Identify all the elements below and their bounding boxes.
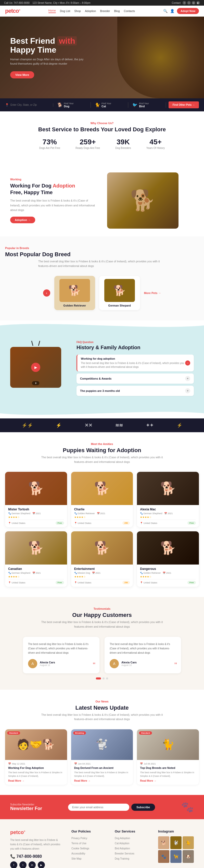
policy-5[interactable]: Site Map (71, 857, 107, 860)
twitter-icon[interactable]: t (187, 1, 191, 5)
read-more-3[interactable]: Read More → (140, 779, 196, 782)
top-bar-address: 123 Street Name, City • Mon–Fri: 8:00am … (32, 2, 91, 4)
read-more-2[interactable]: Read More → (74, 779, 130, 782)
nav-blog[interactable]: Blog (114, 9, 120, 12)
footer-logo[interactable]: petco® (10, 830, 64, 835)
golden-retriever-image: 🐕 (59, 279, 90, 302)
footer-description: The best overall dog litter box is Frisb… (10, 838, 64, 851)
footer-grid: petco® The best overall dog litter box i… (10, 830, 194, 868)
nav-adoption[interactable]: Adoption (85, 9, 96, 12)
find-bird-item[interactable]: 🐦 Find Your Bird (128, 102, 166, 108)
subscribe-button[interactable]: Subscribe (131, 804, 155, 811)
puppy-card-4[interactable]: 🐕 Canadian 🐾 German Shepherd 📅 2021 ★★★★… (5, 531, 67, 587)
view-more-button[interactable]: View More (10, 71, 34, 79)
nav-breeder[interactable]: Breeder (100, 9, 110, 12)
service-1[interactable]: Dog Adoption (115, 836, 150, 840)
dot-1[interactable] (96, 677, 101, 680)
insta-thumb-1[interactable]: 🐕 (158, 836, 169, 849)
nav-home[interactable]: Home (48, 9, 56, 13)
testimonial-author-2: A Alexia Cars August 12 (110, 659, 176, 668)
location-input[interactable] (10, 103, 49, 106)
brand-6: ⚡ (177, 423, 182, 428)
puppy-meta-2: 🐾 Golden Retriever 📅 2021 (74, 512, 130, 515)
puppy-breed-2: 🐾 Golden Retriever (74, 512, 95, 515)
puppy-image-5: 🐕 (71, 531, 133, 564)
other-pets-button[interactable]: Find Other Pets → (169, 101, 199, 108)
user-icon[interactable]: 👤 (170, 9, 174, 13)
news-card-2[interactable]: Breaking 🐩 📅 Jun 04 2021 Dog Derived Fro… (71, 729, 133, 785)
newsletter-email-input[interactable] (68, 804, 129, 811)
faq-toggle-2[interactable]: + (185, 376, 190, 381)
more-pets-link[interactable]: More Pets → (144, 291, 161, 294)
nav-shop[interactable]: Shop (74, 9, 81, 12)
insta-thumb-3[interactable]: 🐈 (182, 836, 194, 849)
faq-content: FAQ Question History & Family Adoption W… (76, 341, 194, 398)
adoption-button[interactable]: Adoption → (10, 217, 35, 223)
read-more-1[interactable]: Read More → (8, 779, 64, 782)
faq-toggle-3[interactable]: + (185, 388, 190, 393)
logo[interactable]: petco® (5, 8, 20, 14)
dot-2[interactable] (103, 677, 105, 680)
nav-dog-list[interactable]: Dog List (60, 9, 70, 12)
nav-contacts[interactable]: Contacts (124, 9, 135, 12)
testimonials-title: Our Happy Customers (5, 612, 199, 618)
location-icon: 📍 (5, 103, 9, 107)
dot-3[interactable] (106, 677, 108, 680)
insta-thumb-2[interactable]: 🐩 (170, 836, 181, 849)
breeds-prev-arrow[interactable]: ‹ (43, 289, 50, 297)
author-info-1: Alexia Cars August 12 (40, 661, 55, 666)
find-cat-item[interactable]: 🐈 Find Your Cat (91, 102, 128, 108)
policy-2[interactable]: Terms of Use (71, 841, 107, 845)
youtube-icon[interactable]: ▶ (196, 1, 200, 5)
puppy-card-2[interactable]: 🐕 Charlie 🐾 Golden Retriever 📅 2021 ★★★★… (71, 472, 133, 527)
breed-card-german[interactable]: 🐕 German Shepard (99, 276, 140, 310)
instagram-icon[interactable]: in (192, 1, 195, 5)
faq-item-2[interactable]: Competitions & Awards + (76, 373, 194, 384)
service-3[interactable]: Bird Adoption (115, 846, 150, 850)
search-icon[interactable]: 🔍 (163, 9, 168, 13)
adopt-now-button[interactable]: Adopt Now (177, 8, 199, 14)
puppy-card-5[interactable]: 🐕 Entertainment 🐾 Mission Dog 📅 2021 ★★★… (71, 531, 133, 587)
insta-thumb-5[interactable]: 🦮 (170, 850, 181, 863)
service-4[interactable]: Breeder Services (115, 851, 150, 855)
author-name-2: Alexia Cars (122, 661, 137, 664)
puppy-card-1[interactable]: 🐕 Mister Tortosh 🐾 German Shepherd 📅 202… (5, 472, 67, 527)
news-card-3[interactable]: Standard 🐈 📅 Jul 08 2021 Top Dog Breeds … (137, 729, 199, 785)
top-bar: Call Us: 747-800-9080 123 Street Name, C… (0, 0, 204, 6)
adoption-dog-image: 🐕 (107, 173, 178, 228)
faq-item-3[interactable]: The puppies are 3 months old + (76, 386, 194, 396)
footer-instagram-icon[interactable]: in (29, 861, 36, 868)
policy-3[interactable]: Cookie Settings (71, 846, 107, 850)
hero-dog-image (92, 17, 204, 98)
author-name-1: Alexia Cars (40, 661, 55, 664)
breed-card-golden[interactable]: 🐕 Golden Retriever (54, 276, 95, 310)
contact-link[interactable]: Contact (172, 2, 180, 4)
puppy-card-3[interactable]: 🐕 Alexia Mac 🐾 German Shepherd 📅 2021 ★★… (137, 472, 199, 527)
puppies-label: Meet the Amities (5, 442, 199, 445)
faq-toggle-1[interactable]: − (185, 361, 190, 366)
facebook-icon[interactable]: f (182, 1, 186, 5)
footer-facebook-icon[interactable]: f (10, 861, 18, 868)
find-dog-item[interactable]: 🐕 Find Your Dog (53, 102, 91, 108)
service-5[interactable]: Dog Training (115, 857, 150, 860)
footer-twitter-icon[interactable]: t (20, 861, 27, 868)
news-date-2: 📅 Jun 04 2021 (74, 763, 130, 765)
find-cat-labels: Find Your Cat (101, 102, 111, 108)
faq-label: FAQ Question (76, 341, 194, 344)
puppy-meta-5: 🐾 Mission Dog 📅 2021 (74, 572, 130, 574)
adoption-description: The best overall dog litter box is Frisb… (10, 198, 97, 213)
footer-youtube-icon[interactable]: ▶ (38, 861, 45, 868)
insta-thumb-6[interactable]: 🐶 (182, 850, 194, 863)
location-input-wrapper[interactable]: 📍 (5, 103, 53, 107)
footer-social-links: f t in ▶ (10, 861, 64, 868)
puppy-card-6[interactable]: 🐕 Dangerous 🐾 Golden Retriever 📅 2021 ★★… (137, 531, 199, 587)
news-card-1[interactable]: Standard 🧑‍🤝‍🐕 📅 May 12 2021 Working For… (5, 729, 67, 785)
faq-item-1[interactable]: Working for dog adoption The best overal… (76, 354, 194, 371)
insta-thumb-4[interactable]: 🐾 (158, 850, 169, 863)
newsletter-title: Newsletter For (10, 806, 42, 811)
service-2[interactable]: Cat Adoption (115, 841, 150, 845)
play-button[interactable]: ▶ (31, 363, 40, 372)
policy-4[interactable]: Accessibility (71, 851, 107, 855)
video-frame[interactable]: ▶ ⏸ (10, 347, 61, 388)
policy-1[interactable]: Privacy Policy (71, 836, 107, 840)
